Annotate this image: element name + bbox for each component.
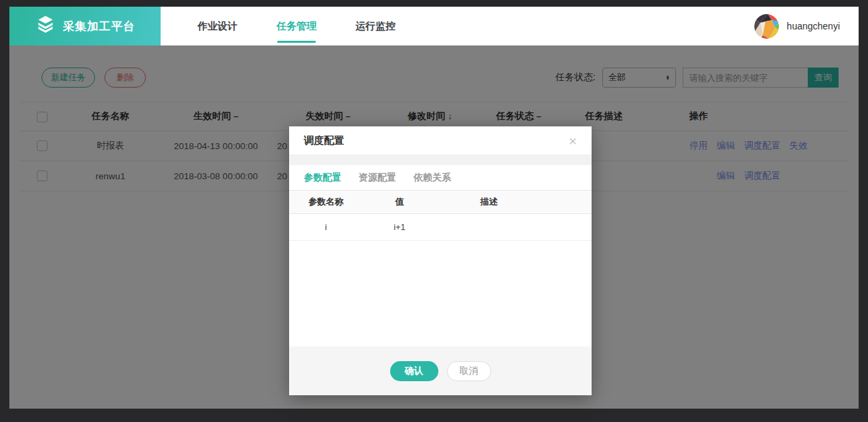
nav-item-job-design[interactable]: 作业设计 (197, 7, 238, 45)
cancel-button[interactable]: 取消 (447, 361, 491, 381)
nav-item-label: 任务管理 (276, 20, 317, 33)
brand-logo[interactable]: 采集加工平台 (9, 7, 161, 45)
tab-dependency[interactable]: 依赖关系 (414, 172, 451, 184)
modal-empty-space (289, 241, 592, 346)
scheduling-config-modal: 调度配置 × 参数配置 资源配置 依赖关系 参数名称 值 描述 i i+1 (289, 126, 592, 395)
avatar (754, 14, 779, 39)
app-window: 采集加工平台 作业设计 任务管理 运行监控 (9, 7, 859, 409)
modal-footer: 确认 取消 (289, 346, 592, 395)
main-nav: 作业设计 任务管理 运行监控 (197, 7, 396, 45)
param-name-cell: i (289, 214, 363, 241)
modal-tabs: 参数配置 资源配置 依赖关系 (289, 165, 592, 191)
tab-param-config[interactable]: 参数配置 (304, 172, 341, 184)
nav-item-label: 作业设计 (197, 20, 238, 33)
user-area[interactable]: huangchenyi (754, 7, 859, 45)
param-row: i i+1 (289, 214, 592, 241)
nav-item-monitoring[interactable]: 运行监控 (355, 7, 396, 45)
confirm-button[interactable]: 确认 (390, 361, 438, 381)
modal-title: 调度配置 (304, 134, 344, 147)
param-value-cell: i+1 (363, 214, 436, 241)
param-description-cell (436, 214, 592, 241)
modal-divider-band (289, 154, 592, 165)
modal-header: 调度配置 × (289, 126, 592, 154)
param-col-description: 描述 (436, 191, 592, 214)
param-col-name: 参数名称 (289, 191, 363, 214)
param-table: 参数名称 值 描述 i i+1 (289, 191, 592, 241)
tab-resource-config[interactable]: 资源配置 (359, 172, 396, 184)
param-table-header-row: 参数名称 值 描述 (289, 191, 592, 214)
layers-icon (35, 15, 56, 37)
nav-item-label: 运行监控 (355, 20, 396, 33)
close-icon[interactable]: × (569, 134, 577, 148)
brand-name: 采集加工平台 (63, 19, 135, 34)
username: huangchenyi (787, 21, 840, 31)
app-header: 采集加工平台 作业设计 任务管理 运行监控 (9, 7, 859, 45)
nav-active-underline (277, 41, 316, 43)
nav-item-task-management[interactable]: 任务管理 (276, 7, 317, 45)
param-col-value: 值 (363, 191, 436, 214)
